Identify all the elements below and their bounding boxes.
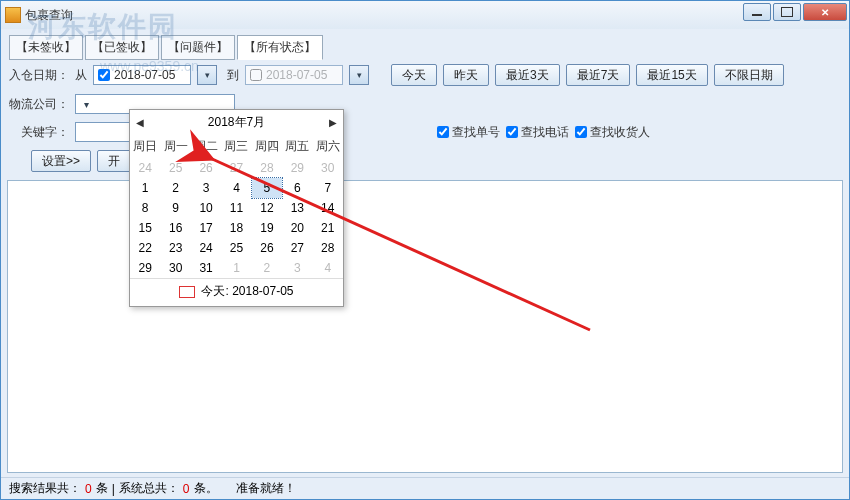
calendar-day[interactable]: 29 (130, 258, 160, 278)
tab-problem[interactable]: 【问题件】 (161, 35, 235, 60)
to-date-input[interactable]: 2018-07-05 (245, 65, 343, 85)
settings-button[interactable]: 设置>> (31, 150, 91, 172)
calendar-day[interactable]: 25 (221, 238, 251, 258)
calendar-day[interactable]: 9 (160, 198, 190, 218)
calendar-day[interactable]: 30 (160, 258, 190, 278)
calendar-day[interactable]: 1 (130, 178, 160, 198)
status-tabs: 【未签收】 【已签收】 【问题件】 【所有状态】 (1, 29, 849, 60)
calendar-table: 周日周一周二周三周四周五周六 2425262728293012345678910… (130, 135, 343, 278)
calendar-day[interactable]: 6 (282, 178, 312, 198)
calendar-day[interactable]: 5 (252, 178, 282, 198)
calendar-day[interactable]: 10 (191, 198, 221, 218)
last7-button[interactable]: 最近7天 (566, 64, 631, 86)
today-marker-icon (179, 286, 195, 298)
tab-all[interactable]: 【所有状态】 (237, 35, 323, 60)
calendar-day[interactable]: 24 (130, 158, 160, 178)
keyword-label: 关键字： (9, 124, 69, 141)
calendar-day[interactable]: 16 (160, 218, 190, 238)
calendar-day[interactable]: 7 (313, 178, 343, 198)
calendar-day[interactable]: 1 (221, 258, 251, 278)
minimize-button[interactable] (743, 3, 771, 21)
calendar-day[interactable]: 21 (313, 218, 343, 238)
from-date-input[interactable]: 2018-07-05 (93, 65, 191, 85)
calendar-day[interactable]: 25 (160, 158, 190, 178)
from-date-dropdown-button[interactable] (197, 65, 217, 85)
chk-receiver[interactable]: 查找收货人 (575, 124, 650, 141)
calendar-day[interactable]: 27 (221, 158, 251, 178)
calendar-day[interactable]: 3 (282, 258, 312, 278)
to-prefix: 到 (227, 67, 239, 84)
calendar-day[interactable]: 31 (191, 258, 221, 278)
calendar-footer[interactable]: 今天: 2018-07-05 (130, 278, 343, 306)
calendar-day[interactable]: 26 (191, 158, 221, 178)
yesterday-button[interactable]: 昨天 (443, 64, 489, 86)
calendar-day[interactable]: 17 (191, 218, 221, 238)
to-date-value: 2018-07-05 (266, 68, 338, 82)
calendar-day[interactable]: 3 (191, 178, 221, 198)
calendar-weekday: 周一 (160, 135, 190, 158)
status-total-count: 0 (183, 482, 190, 496)
to-date-dropdown-button[interactable] (349, 65, 369, 85)
calendar-day[interactable]: 19 (252, 218, 282, 238)
calendar-day[interactable]: 28 (252, 158, 282, 178)
chk-phone[interactable]: 查找电话 (506, 124, 569, 141)
date-row: 入仓日期： 从 2018-07-05 到 2018-07-05 今天 昨天 最近… (1, 60, 849, 90)
tab-signed[interactable]: 【已签收】 (85, 35, 159, 60)
calendar-day[interactable]: 4 (313, 258, 343, 278)
calendar-day[interactable]: 26 (252, 238, 282, 258)
close-button[interactable] (803, 3, 847, 21)
start-button[interactable]: 开 (97, 150, 131, 172)
status-total-label: 系统总共： (119, 480, 179, 497)
calendar-day[interactable]: 11 (221, 198, 251, 218)
calendar-day[interactable]: 22 (130, 238, 160, 258)
calendar-day[interactable]: 2 (160, 178, 190, 198)
calendar-day[interactable]: 2 (252, 258, 282, 278)
client-area: 【未签收】 【已签收】 【问题件】 【所有状态】 入仓日期： 从 2018-07… (1, 29, 849, 499)
calendar-day[interactable]: 30 (313, 158, 343, 178)
calendar-weekday: 周三 (221, 135, 251, 158)
calendar-weekday: 周日 (130, 135, 160, 158)
prev-month-icon[interactable]: ◀ (136, 117, 144, 128)
status-ready: 准备就绪！ (236, 480, 296, 497)
today-label[interactable]: 今天: 2018-07-05 (201, 283, 293, 300)
from-date-value: 2018-07-05 (114, 68, 186, 82)
last3-button[interactable]: 最近3天 (495, 64, 560, 86)
tab-unsigned[interactable]: 【未签收】 (9, 35, 83, 60)
status-search-unit: 条 (96, 480, 108, 497)
chk-order[interactable]: 查找单号 (437, 124, 500, 141)
calendar-day[interactable]: 4 (221, 178, 251, 198)
date-label: 入仓日期： (9, 67, 69, 84)
app-icon (5, 7, 21, 23)
calendar-day[interactable]: 12 (252, 198, 282, 218)
calendar-day[interactable]: 14 (313, 198, 343, 218)
last15-button[interactable]: 最近15天 (636, 64, 707, 86)
to-date-checkbox[interactable] (250, 69, 262, 81)
calendar-day[interactable]: 23 (160, 238, 190, 258)
calendar-day[interactable]: 13 (282, 198, 312, 218)
maximize-button[interactable] (773, 3, 801, 21)
calendar-day[interactable]: 27 (282, 238, 312, 258)
app-window: 包裹查询 【未签收】 【已签收】 【问题件】 【所有状态】 入仓日期： 从 20… (0, 0, 850, 500)
calendar-popup[interactable]: ◀ 2018年7月 ▶ 周日周一周二周三周四周五周六 2425262728293… (129, 109, 344, 307)
calendar-day[interactable]: 15 (130, 218, 160, 238)
window-buttons (743, 3, 847, 21)
calendar-weekday: 周五 (282, 135, 312, 158)
logistics-label: 物流公司： (9, 96, 69, 113)
calendar-title[interactable]: 2018年7月 (208, 114, 265, 131)
today-button[interactable]: 今天 (391, 64, 437, 86)
calendar-weekday: 周二 (191, 135, 221, 158)
next-month-icon[interactable]: ▶ (329, 117, 337, 128)
from-date-checkbox[interactable] (98, 69, 110, 81)
calendar-header: ◀ 2018年7月 ▶ (130, 110, 343, 135)
titlebar[interactable]: 包裹查询 (1, 1, 849, 29)
calendar-day[interactable]: 29 (282, 158, 312, 178)
status-total-unit: 条。 (194, 480, 218, 497)
calendar-day[interactable]: 20 (282, 218, 312, 238)
calendar-day[interactable]: 28 (313, 238, 343, 258)
calendar-day[interactable]: 24 (191, 238, 221, 258)
calendar-day[interactable]: 8 (130, 198, 160, 218)
calendar-day[interactable]: 18 (221, 218, 251, 238)
status-sep: | (112, 482, 115, 496)
nolimit-button[interactable]: 不限日期 (714, 64, 784, 86)
status-search-label: 搜索结果共： (9, 480, 81, 497)
